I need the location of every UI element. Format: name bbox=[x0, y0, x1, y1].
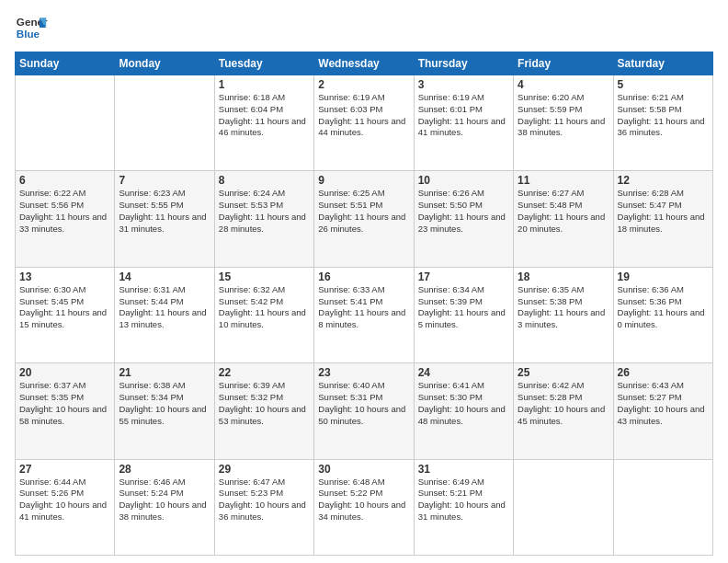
day-number: 4 bbox=[518, 78, 609, 91]
header: General Blue bbox=[15, 11, 713, 44]
day-info: Daylight: 11 hours and 0 minutes. bbox=[618, 307, 709, 331]
day-info: Daylight: 11 hours and 44 minutes. bbox=[318, 116, 409, 140]
day-info: Daylight: 11 hours and 41 minutes. bbox=[418, 116, 509, 140]
day-number: 14 bbox=[119, 270, 210, 283]
day-number: 23 bbox=[318, 366, 409, 379]
table-row: 1Sunrise: 6:18 AMSunset: 6:04 PMDaylight… bbox=[214, 75, 313, 171]
table-row: 23Sunrise: 6:40 AMSunset: 5:31 PMDayligh… bbox=[314, 363, 414, 459]
day-info: Sunset: 5:28 PM bbox=[518, 392, 609, 404]
day-info: Sunrise: 6:42 AM bbox=[518, 380, 609, 392]
logo: General Blue bbox=[15, 11, 48, 44]
day-number: 17 bbox=[418, 270, 509, 283]
day-info: Sunset: 6:01 PM bbox=[418, 104, 509, 116]
day-info: Sunrise: 6:38 AM bbox=[119, 380, 210, 392]
day-info: Sunset: 5:34 PM bbox=[119, 392, 210, 404]
day-info: Sunrise: 6:44 AM bbox=[19, 477, 110, 488]
col-sunday: Sunday bbox=[16, 52, 115, 75]
generalblue-logo-icon: General Blue bbox=[15, 11, 48, 44]
day-info: Sunset: 5:22 PM bbox=[318, 488, 409, 500]
svg-text:Blue: Blue bbox=[17, 28, 40, 40]
day-info: Sunrise: 6:41 AM bbox=[418, 380, 509, 392]
col-thursday: Thursday bbox=[414, 52, 513, 75]
day-info: Daylight: 10 hours and 45 minutes. bbox=[518, 404, 609, 428]
table-row: 8Sunrise: 6:24 AMSunset: 5:53 PMDaylight… bbox=[214, 171, 313, 267]
day-number: 12 bbox=[618, 174, 709, 187]
table-row: 10Sunrise: 6:26 AMSunset: 5:50 PMDayligh… bbox=[414, 171, 513, 267]
day-number: 21 bbox=[119, 366, 210, 379]
day-info: Sunset: 5:31 PM bbox=[318, 392, 409, 404]
table-row bbox=[514, 459, 613, 555]
day-info: Sunset: 5:23 PM bbox=[219, 488, 310, 500]
day-info: Daylight: 11 hours and 33 minutes. bbox=[19, 212, 110, 236]
day-info: Sunset: 5:35 PM bbox=[19, 392, 110, 404]
day-number: 31 bbox=[418, 463, 509, 476]
day-info: Sunrise: 6:27 AM bbox=[518, 188, 609, 200]
day-number: 30 bbox=[318, 463, 409, 476]
day-info: Sunrise: 6:43 AM bbox=[618, 380, 709, 392]
day-info: Sunset: 5:51 PM bbox=[318, 200, 409, 212]
day-info: Daylight: 11 hours and 31 minutes. bbox=[119, 212, 210, 236]
day-info: Sunset: 5:32 PM bbox=[219, 392, 310, 404]
day-info: Sunset: 5:36 PM bbox=[618, 296, 709, 308]
table-row: 11Sunrise: 6:27 AMSunset: 5:48 PMDayligh… bbox=[514, 171, 613, 267]
day-info: Daylight: 11 hours and 3 minutes. bbox=[518, 307, 609, 331]
col-saturday: Saturday bbox=[613, 52, 712, 75]
day-info: Sunrise: 6:35 AM bbox=[518, 284, 609, 296]
day-info: Daylight: 10 hours and 38 minutes. bbox=[119, 500, 210, 523]
day-info: Sunrise: 6:20 AM bbox=[518, 92, 609, 104]
table-row: 25Sunrise: 6:42 AMSunset: 5:28 PMDayligh… bbox=[514, 363, 613, 459]
day-number: 27 bbox=[19, 463, 110, 476]
day-info: Sunrise: 6:40 AM bbox=[318, 380, 409, 392]
calendar-header-row: Sunday Monday Tuesday Wednesday Thursday… bbox=[16, 52, 713, 75]
day-number: 2 bbox=[318, 78, 409, 91]
day-info: Sunset: 5:42 PM bbox=[219, 296, 310, 308]
day-info: Sunrise: 6:30 AM bbox=[19, 284, 110, 296]
table-row: 2Sunrise: 6:19 AMSunset: 6:03 PMDaylight… bbox=[314, 75, 414, 171]
day-info: Daylight: 11 hours and 5 minutes. bbox=[418, 307, 509, 331]
day-info: Daylight: 11 hours and 38 minutes. bbox=[518, 116, 609, 140]
table-row: 21Sunrise: 6:38 AMSunset: 5:34 PMDayligh… bbox=[115, 363, 214, 459]
table-row: 31Sunrise: 6:49 AMSunset: 5:21 PMDayligh… bbox=[414, 459, 513, 555]
day-info: Sunrise: 6:23 AM bbox=[119, 188, 210, 200]
day-info: Sunrise: 6:47 AM bbox=[219, 477, 310, 488]
day-info: Sunset: 5:45 PM bbox=[19, 296, 110, 308]
table-row: 17Sunrise: 6:34 AMSunset: 5:39 PMDayligh… bbox=[414, 267, 513, 362]
day-info: Daylight: 10 hours and 58 minutes. bbox=[19, 404, 110, 428]
day-info: Sunrise: 6:19 AM bbox=[418, 92, 509, 104]
table-row bbox=[613, 459, 712, 555]
day-info: Sunrise: 6:28 AM bbox=[618, 188, 709, 200]
table-row: 29Sunrise: 6:47 AMSunset: 5:23 PMDayligh… bbox=[214, 459, 313, 555]
day-info: Daylight: 10 hours and 48 minutes. bbox=[418, 404, 509, 428]
day-info: Daylight: 11 hours and 46 minutes. bbox=[219, 116, 310, 140]
day-info: Sunrise: 6:26 AM bbox=[418, 188, 509, 200]
day-info: Daylight: 11 hours and 13 minutes. bbox=[119, 307, 210, 331]
table-row bbox=[16, 75, 115, 171]
day-info: Sunrise: 6:46 AM bbox=[119, 477, 210, 488]
day-number: 15 bbox=[219, 270, 310, 283]
day-number: 26 bbox=[618, 366, 709, 379]
day-info: Sunrise: 6:34 AM bbox=[418, 284, 509, 296]
day-number: 20 bbox=[19, 366, 110, 379]
day-info: Sunset: 5:41 PM bbox=[318, 296, 409, 308]
day-info: Sunrise: 6:33 AM bbox=[318, 284, 409, 296]
day-number: 5 bbox=[618, 78, 709, 91]
table-row: 3Sunrise: 6:19 AMSunset: 6:01 PMDaylight… bbox=[414, 75, 513, 171]
day-info: Sunrise: 6:36 AM bbox=[618, 284, 709, 296]
day-number: 11 bbox=[518, 174, 609, 187]
day-number: 7 bbox=[119, 174, 210, 187]
day-info: Sunrise: 6:19 AM bbox=[318, 92, 409, 104]
day-info: Sunset: 5:27 PM bbox=[618, 392, 709, 404]
day-info: Daylight: 11 hours and 10 minutes. bbox=[219, 307, 310, 331]
day-info: Sunset: 5:21 PM bbox=[418, 488, 509, 500]
table-row: 5Sunrise: 6:21 AMSunset: 5:58 PMDaylight… bbox=[613, 75, 712, 171]
day-info: Sunset: 6:03 PM bbox=[318, 104, 409, 116]
day-info: Daylight: 11 hours and 18 minutes. bbox=[618, 212, 709, 236]
calendar-week-row: 1Sunrise: 6:18 AMSunset: 6:04 PMDaylight… bbox=[16, 75, 713, 171]
table-row: 20Sunrise: 6:37 AMSunset: 5:35 PMDayligh… bbox=[16, 363, 115, 459]
day-number: 18 bbox=[518, 270, 609, 283]
day-info: Daylight: 10 hours and 43 minutes. bbox=[618, 404, 709, 428]
table-row: 26Sunrise: 6:43 AMSunset: 5:27 PMDayligh… bbox=[613, 363, 712, 459]
day-number: 3 bbox=[418, 78, 509, 91]
day-info: Daylight: 10 hours and 31 minutes. bbox=[418, 500, 509, 523]
col-friday: Friday bbox=[514, 52, 613, 75]
